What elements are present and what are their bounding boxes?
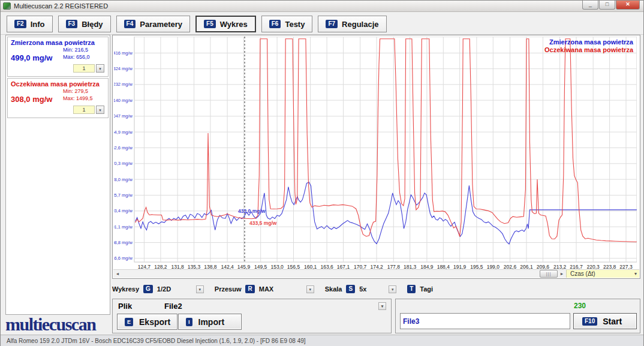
parameter-tag-field[interactable]: 1 [73, 64, 95, 73]
tab-bar: F2InfoF3BłędyF4ParameteryF5WykresF6Testy… [1, 12, 643, 35]
tab-key-badge: F7 [326, 20, 338, 28]
y-axis-tick-label: 1047 mg/w [114, 113, 133, 119]
start-key-badge: F10 [582, 317, 597, 326]
chart-controls: Wykresy G 1/2D ▾ Przesuw R MAX ▾ Skala S… [112, 281, 640, 297]
chart-svg[interactable]: 216,6 mg/w308,8 mg/w401,1 mg/w493,4 mg/w… [114, 37, 637, 270]
y-axis-tick-label: 678,0 mg/w [114, 177, 133, 182]
scrollbar-right-arrow-icon[interactable]: ► [558, 270, 566, 278]
przesuw-value: MAX [259, 285, 273, 293]
y-axis-tick-label: 585,7 mg/w [114, 192, 133, 198]
cursor-red-value: 433,5 mg/w [249, 220, 277, 226]
plik-label: Plik [118, 302, 132, 311]
y-axis-tick-label: 954,9 mg/w [114, 130, 133, 135]
app-icon [3, 2, 11, 10]
wykresy-key-badge: G [143, 285, 153, 293]
sample-counter: 230 [574, 302, 586, 310]
chart-panel: 216,6 mg/w308,8 mg/w401,1 mg/w493,4 mg/w… [112, 35, 640, 279]
parameter-tag-field[interactable]: 1 [73, 106, 95, 114]
chevron-down-icon: ▾ [634, 271, 639, 276]
tab-testy[interactable]: F6Testy [261, 16, 313, 32]
y-axis-tick-label: 1416 mg/w [114, 50, 133, 56]
przesuw-key-badge: R [245, 285, 254, 293]
measurement-chart[interactable]: 216,6 mg/w308,8 mg/w401,1 mg/w493,4 mg/w… [114, 37, 637, 273]
wykresy-select[interactable]: 1/2D ▾ [157, 285, 204, 293]
eksport-button[interactable]: E Eksport [117, 314, 177, 330]
parameter-name: Zmierzona masa powietrza [11, 39, 95, 46]
plot-area [134, 37, 637, 262]
y-axis-tick-label: 1140 mg/w [114, 98, 133, 103]
start-button[interactable]: F10 Start [573, 313, 637, 329]
import-label: Import [198, 317, 225, 327]
chart-scrollbar: ◄ ||| ► Czas (Δt) ▾ [113, 269, 639, 278]
wykresy-value: 1/2D [157, 285, 171, 293]
scrollbar-left-arrow-icon[interactable]: ◄ [113, 270, 122, 278]
file-select-value[interactable]: File2 [164, 302, 182, 311]
y-axis-tick-label: 216,6 mg/w [114, 255, 133, 261]
y-axis-tick-label: 308,8 mg/w [114, 240, 133, 245]
parameter-panel: Zmierzona masa powietrza499,0 mg/wMin: 2… [5, 35, 110, 315]
skala-key-badge: S [346, 285, 355, 293]
parameter-name: Oczekiwana masa powietrza [11, 80, 100, 88]
parameter-value: 308,0 mg/w [11, 95, 52, 104]
chevron-down-icon[interactable]: ▾ [389, 285, 396, 293]
title-bar: Multiecuscan 2.2 REGISTERED _ □ ✕ [1, 1, 643, 12]
skala-value: 5x [359, 285, 366, 293]
y-axis-tick-label: 401,1 mg/w [114, 224, 133, 230]
eksport-label: Eksport [139, 317, 170, 327]
skala-select[interactable]: 5x ▾ [359, 285, 396, 293]
przesuw-label: Przesuw [215, 285, 242, 293]
chevron-down-icon[interactable]: ▾ [96, 64, 104, 73]
x-axis-selector-value: Czas (Δt) [570, 270, 595, 277]
tab-key-badge: F3 [66, 20, 78, 28]
cursor-blue-value: 432,0 mg/w [238, 208, 266, 214]
tab-label: Parametery [140, 20, 182, 29]
tab-błędy[interactable]: F3Błędy [58, 16, 111, 32]
status-bar: Alfa Romeo 159 2.0 JTDm 16V - Bosch EDC1… [1, 335, 643, 346]
app-logo: multiecuscan [5, 315, 112, 334]
skala-label: Skala [325, 285, 342, 293]
tab-label: Regulacje [342, 20, 378, 29]
window-title: Multiecuscan 2.2 REGISTERED [14, 2, 108, 10]
maximize-button[interactable]: □ [599, 1, 615, 10]
chevron-down-icon[interactable]: ▾ [196, 285, 204, 293]
parameter-minmax: Min: 279,5Max: 1499,5 [63, 88, 93, 102]
tab-key-badge: F2 [14, 20, 26, 28]
y-axis-tick-label: 1232 mg/w [114, 82, 133, 87]
minimize-button[interactable]: _ [582, 1, 598, 10]
y-axis-tick-label: 862,6 mg/w [114, 145, 133, 151]
tagi-key-badge: T [407, 285, 416, 293]
tab-key-badge: F4 [124, 20, 136, 28]
y-axis-tick-label: 770,3 mg/w [114, 161, 133, 166]
tagi-label[interactable]: Tagi [420, 285, 433, 293]
tab-label: Wykres [220, 20, 248, 29]
tab-label: Błędy [82, 20, 103, 29]
tab-wykres[interactable]: F5Wykres [195, 16, 256, 32]
przesuw-select[interactable]: MAX ▾ [259, 285, 314, 293]
chevron-down-icon[interactable]: ▾ [96, 106, 104, 114]
tab-regulacje[interactable]: F7Regulacje [318, 16, 386, 32]
import-button[interactable]: I Import [178, 314, 242, 330]
y-axis-tick-label: 493,4 mg/w [114, 208, 133, 213]
parameter-value: 499,0 mg/w [11, 53, 52, 62]
close-button[interactable]: ✕ [616, 1, 640, 10]
scrollbar-track[interactable]: ||| [122, 270, 558, 278]
chevron-down-icon[interactable]: ▾ [378, 302, 386, 310]
window-controls: _ □ ✕ [582, 1, 640, 10]
file-panel: Plik File2 ▾ E Eksport I Import [112, 299, 392, 333]
eksport-key-badge: E [125, 318, 133, 326]
tab-info[interactable]: F2Info [7, 16, 53, 32]
import-key-badge: I [186, 318, 192, 326]
legend-zmierzona: Zmierzona masa powietrza [549, 38, 634, 46]
parameter-minmax: Min: 216,5Max: 656,0 [63, 46, 90, 61]
tab-label: Info [31, 20, 45, 29]
filename-input[interactable] [400, 313, 570, 329]
wykresy-label: Wykresy [112, 285, 139, 293]
x-axis-selector[interactable]: Czas (Δt) ▾ [566, 270, 639, 278]
tab-key-badge: F6 [269, 20, 281, 28]
tab-key-badge: F5 [204, 20, 216, 28]
parameter-box: Oczekiwana masa powietrza308,0 mg/wMin: … [7, 78, 109, 118]
chevron-down-icon[interactable]: ▾ [306, 285, 314, 293]
parameter-box: Zmierzona masa powietrza499,0 mg/wMin: 2… [7, 37, 109, 77]
tab-parametery[interactable]: F4Parametery [116, 16, 191, 32]
scrollbar-thumb[interactable]: ||| [540, 270, 558, 278]
